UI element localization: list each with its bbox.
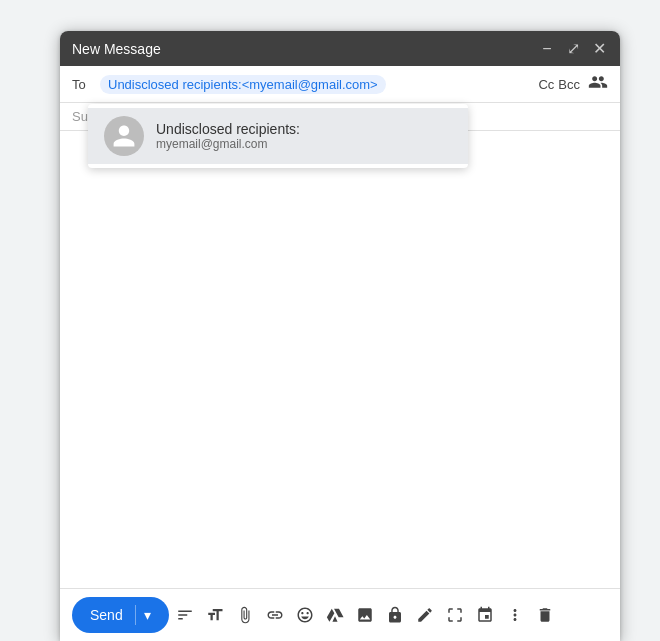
cc-bcc-area: Cc Bcc xyxy=(538,72,608,96)
contact-info: Undisclosed recipients: myemail@gmail.co… xyxy=(156,121,300,151)
emoji-icon[interactable] xyxy=(291,601,319,629)
contact-avatar xyxy=(104,116,144,156)
contact-email: myemail@gmail.com xyxy=(156,137,300,151)
schedule-send-icon[interactable] xyxy=(471,601,499,629)
text-format-icon[interactable] xyxy=(201,601,229,629)
cc-button[interactable]: Cc xyxy=(538,77,554,92)
formatting-options-icon[interactable] xyxy=(171,601,199,629)
expand-button[interactable]: ⤢ xyxy=(564,39,582,58)
to-row: To Undisclosed recipients:<myemail@gmail… xyxy=(60,66,620,103)
compose-toolbar: Send ▾ xyxy=(60,588,620,641)
compose-header[interactable]: New Message − ⤢ ✕ xyxy=(60,31,620,66)
drive-icon[interactable] xyxy=(321,601,349,629)
confidential-icon[interactable] xyxy=(381,601,409,629)
send-label: Send xyxy=(90,607,131,623)
attachment-icon[interactable] xyxy=(231,601,259,629)
recipient-chip[interactable]: Undisclosed recipients:<myemail@gmail.co… xyxy=(100,75,386,94)
minimize-button[interactable]: − xyxy=(538,40,556,58)
add-people-icon[interactable] xyxy=(588,72,608,96)
send-dropdown-icon[interactable]: ▾ xyxy=(140,607,151,623)
delete-draft-icon[interactable] xyxy=(531,601,559,629)
contact-name: Undisclosed recipients: xyxy=(156,121,300,137)
send-divider xyxy=(135,605,136,625)
photo-icon[interactable] xyxy=(351,601,379,629)
more-options-icon[interactable] xyxy=(501,601,529,629)
fullscreen-toggle-icon[interactable] xyxy=(441,601,469,629)
link-icon[interactable] xyxy=(261,601,289,629)
to-field[interactable]: Undisclosed recipients:<myemail@gmail.co… xyxy=(100,75,538,94)
header-actions: − ⤢ ✕ xyxy=(538,39,608,58)
compose-window: New Message − ⤢ ✕ To Undisclosed recipie… xyxy=(60,31,620,641)
send-button[interactable]: Send ▾ xyxy=(72,597,169,633)
compose-title: New Message xyxy=(72,41,161,57)
compose-body[interactable] xyxy=(60,131,620,588)
autocomplete-item[interactable]: Undisclosed recipients: myemail@gmail.co… xyxy=(88,108,468,164)
bcc-button[interactable]: Bcc xyxy=(558,77,580,92)
signature-icon[interactable] xyxy=(411,601,439,629)
to-label: To xyxy=(72,77,92,92)
autocomplete-dropdown: Undisclosed recipients: myemail@gmail.co… xyxy=(88,104,468,168)
close-button[interactable]: ✕ xyxy=(590,39,608,58)
